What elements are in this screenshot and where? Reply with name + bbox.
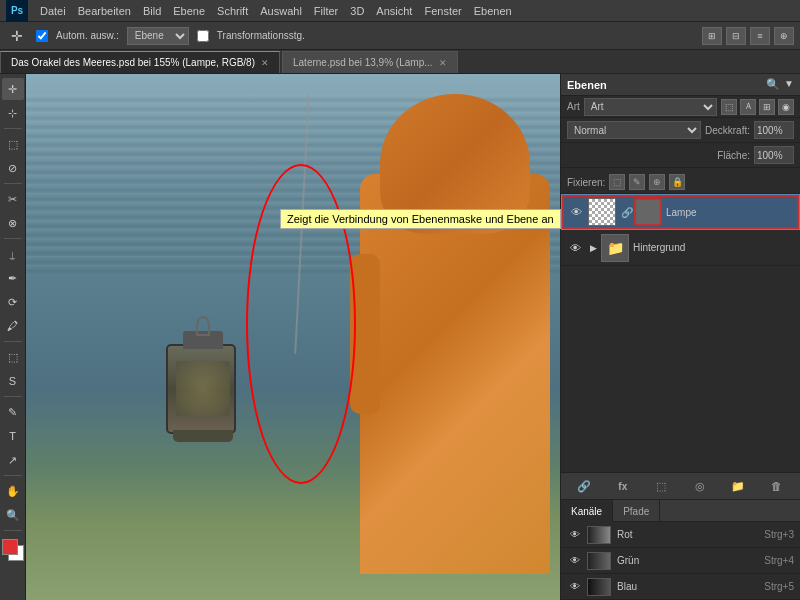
dodge-tool[interactable]: S [2, 370, 24, 392]
link-layers-icon[interactable]: 🔗 [574, 476, 594, 496]
filter-on-off[interactable]: ◉ [778, 99, 794, 115]
layer-name-lampe: Lampe [666, 207, 793, 218]
menu-ansicht[interactable]: Ansicht [376, 5, 412, 17]
filter-icon-2[interactable]: Ａ [740, 99, 756, 115]
tab-pfade[interactable]: Pfade [613, 500, 660, 522]
tool-separator-4 [4, 341, 22, 342]
person-body [360, 174, 550, 574]
eyedropper-tool[interactable]: ⊗ [2, 212, 24, 234]
menu-fenster[interactable]: Fenster [424, 5, 461, 17]
fix-position-icon[interactable]: ⊕ [649, 174, 665, 190]
lantern-handle [196, 316, 210, 336]
distribute-icon[interactable]: ⊕ [774, 27, 794, 45]
menu-schrift[interactable]: Schrift [217, 5, 248, 17]
channel-shortcut-gruen: Strg+4 [764, 555, 794, 566]
layer-select-dropdown[interactable]: Ebene Gruppe [127, 27, 189, 45]
filter-icon-3[interactable]: ⊞ [759, 99, 775, 115]
channel-thumb-gruen [587, 552, 611, 570]
menu-auswahl[interactable]: Auswahl [260, 5, 302, 17]
layer-item-hintergrund[interactable]: 👁 ▶ 📁 Hintergrund [561, 230, 800, 266]
fix-all-icon[interactable]: 🔒 [669, 174, 685, 190]
channel-eye-gruen[interactable]: 👁 [567, 555, 583, 566]
layers-search-icon[interactable]: 🔍 [766, 78, 780, 91]
delete-layer-icon[interactable]: 🗑 [767, 476, 787, 496]
pen-tool[interactable]: ✎ [2, 401, 24, 423]
move-tool[interactable]: ✛ [2, 78, 24, 100]
layer-eye-hintergrund[interactable]: 👁 [567, 240, 583, 256]
hand-tool[interactable]: ✋ [2, 480, 24, 502]
tab-secondary-document[interactable]: Laterne.psd bei 13,9% (Lamp... ✕ [282, 51, 458, 73]
menu-ebene[interactable]: Ebene [173, 5, 205, 17]
fix-paint-icon[interactable]: ✎ [629, 174, 645, 190]
tool-separator-1 [4, 128, 22, 129]
menu-datei[interactable]: Datei [40, 5, 66, 17]
channel-eye-blau[interactable]: 👁 [567, 581, 583, 592]
layer-expand-hintergrund[interactable]: ▶ [587, 242, 599, 254]
layer-mask-thumb-lampe [634, 198, 662, 226]
layer-name-hintergrund: Hintergrund [633, 242, 794, 253]
channel-shortcut-rot: Strg+3 [764, 529, 794, 540]
channel-item-rot[interactable]: 👁 Rot Strg+3 [561, 522, 800, 548]
new-group-icon[interactable]: 📁 [728, 476, 748, 496]
tab-close-secondary[interactable]: ✕ [439, 58, 447, 68]
align-left-icon[interactable]: ⊞ [702, 27, 722, 45]
zoom-tool[interactable]: 🔍 [2, 504, 24, 526]
lantern-group [166, 344, 236, 434]
fill-label: Fläche: [717, 150, 750, 161]
path-select-tool[interactable]: ↗ [2, 449, 24, 471]
fill-row: Fläche: [561, 146, 800, 168]
main-content: ✛ ⊹ ⬚ ⊘ ✂ ⊗ ⍊ ✒ ⟳ 🖍 ⬚ S ✎ T ↗ ✋ 🔍 [0, 74, 800, 600]
transform-checkbox[interactable] [197, 30, 209, 42]
channel-thumb-rot [587, 526, 611, 544]
align-center-icon[interactable]: ⊟ [726, 27, 746, 45]
add-mask-icon[interactable]: ⬚ [651, 476, 671, 496]
align-right-icon[interactable]: ≡ [750, 27, 770, 45]
filter-label: Art [567, 101, 580, 112]
move-tool-options[interactable]: ✛ [6, 25, 28, 47]
brush-tool[interactable]: ✒ [2, 267, 24, 289]
channel-tabs: Kanäle Pfade [561, 500, 800, 522]
adjustment-icon[interactable]: ◎ [690, 476, 710, 496]
fix-transparent-icon[interactable]: ⬚ [609, 174, 625, 190]
menu-bild[interactable]: Bild [143, 5, 161, 17]
layer-eye-lampe[interactable]: 👁 [568, 204, 584, 220]
tab-main-document[interactable]: Das Orakel des Meeres.psd bei 155% (Lamp… [0, 51, 280, 73]
layer-folder-icon: 📁 [601, 234, 629, 262]
foreground-color-swatch[interactable] [2, 539, 18, 555]
crop-tool[interactable]: ✂ [2, 188, 24, 210]
auto-select-checkbox[interactable] [36, 30, 48, 42]
channel-item-blau[interactable]: 👁 Blau Strg+5 [561, 574, 800, 600]
channel-thumb-blau [587, 578, 611, 596]
layer-item-lampe[interactable]: 👁 🔗 Zeigt die Verbindung von Ebenenmaske… [561, 194, 800, 230]
opacity-label: Deckkraft: [705, 125, 750, 136]
fill-input[interactable] [754, 146, 794, 164]
person-figure [350, 94, 560, 584]
channel-name-blau: Blau [617, 581, 764, 592]
gradient-tool[interactable]: ⬚ [2, 346, 24, 368]
tool-separator-2 [4, 183, 22, 184]
type-tool[interactable]: T [2, 425, 24, 447]
tab-kanale[interactable]: Kanäle [561, 500, 613, 522]
lasso-tool[interactable]: ⬚ [2, 133, 24, 155]
menu-bearbeiten[interactable]: Bearbeiten [78, 5, 131, 17]
opacity-input[interactable] [754, 121, 794, 139]
channel-item-gruen[interactable]: 👁 Grün Strg+4 [561, 548, 800, 574]
filter-icon-1[interactable]: ⬚ [721, 99, 737, 115]
layer-chain-icon[interactable]: 🔗 Zeigt die Verbindung von Ebenenmaske u… [620, 205, 634, 219]
mask-thumb-image [634, 198, 662, 226]
eraser-tool[interactable]: 🖍 [2, 315, 24, 337]
filter-type-select[interactable]: Art [584, 98, 717, 116]
tab-close-main[interactable]: ✕ [261, 58, 269, 68]
clone-tool[interactable]: ⟳ [2, 291, 24, 313]
menu-3d[interactable]: 3D [350, 5, 364, 17]
fx-icon[interactable]: fx [613, 476, 633, 496]
channel-eye-rot[interactable]: 👁 [567, 529, 583, 540]
menu-filter[interactable]: Filter [314, 5, 338, 17]
heal-tool[interactable]: ⍊ [2, 243, 24, 265]
magic-wand-tool[interactable]: ⊘ [2, 157, 24, 179]
selection-tool[interactable]: ⊹ [2, 102, 24, 124]
layers-filter-icon[interactable]: ▼ [784, 78, 794, 91]
blend-mode-select[interactable]: Normal Multiplizieren Bildschirm [567, 121, 701, 139]
color-swatches[interactable] [2, 539, 24, 561]
menu-ebenen[interactable]: Ebenen [474, 5, 512, 17]
